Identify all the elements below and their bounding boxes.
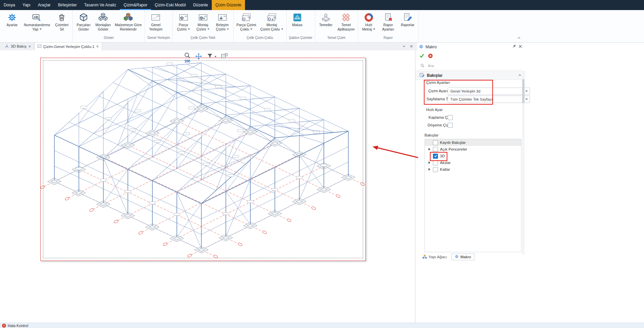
section-title: Bakışlar [427, 73, 443, 78]
menu-yapi[interactable]: Yapı [19, 0, 34, 10]
apply-button[interactable] [419, 53, 425, 59]
malzemeye-gore-renklendir-button[interactable]: Malzemeye Göre Renklendir [113, 12, 143, 32]
tab-strip-close-icon[interactable] [410, 43, 413, 49]
filter-tool[interactable] [207, 52, 216, 60]
menu-birlesimler[interactable]: Birleşimler [54, 0, 81, 10]
tab-close-icon[interactable] [96, 45, 99, 48]
birlesim-cizimi-button[interactable]: A3 Birleşim Çizimi [213, 12, 232, 32]
button-label: Çizimi [177, 27, 187, 32]
dropdown-chevron-icon [281, 29, 283, 30]
macro-gear-icon [419, 44, 424, 50]
menu-dosya[interactable]: Dosya [0, 0, 19, 10]
checkbox-checked[interactable] [433, 154, 438, 159]
makas-button[interactable]: Makas [288, 12, 307, 32]
tab-yapi-agaci[interactable]: Yapı Ağacı [419, 254, 450, 260]
tree-item-label: Açık Pencereler [440, 147, 467, 151]
parcalari-goster-button[interactable]: Parçaları Göster [74, 12, 93, 32]
app-window: { "colors": { "topbar_bg": "#1b2b3c", "h… [0, 0, 644, 328]
scrollbar-thumb[interactable] [522, 79, 525, 103]
connection-drawing-icon: A3 [217, 12, 228, 22]
collapse-chevron-icon[interactable] [518, 73, 522, 78]
button-label: Sil [60, 27, 64, 32]
checkbox[interactable] [433, 147, 438, 152]
button-label: Raporlar [401, 23, 414, 27]
tab-label: Çizim-Genel Yerleşim Çoklu-1 [43, 45, 95, 49]
svg-text:A3: A3 [223, 15, 226, 17]
ribbon-group-rapor: Hızlı Metraj Rapor Ayarları Raporlar Rap… [358, 10, 419, 42]
button-label: Montaj [198, 23, 208, 27]
tab-list-chevron-icon[interactable] [402, 43, 406, 49]
tab-close-icon[interactable] [28, 45, 31, 48]
ribbon-group-general: Ayarlar AB Numaralandırma Yap Çizimleri … [1, 10, 73, 42]
expander-icon[interactable] [429, 168, 430, 171]
cancel-button[interactable] [428, 53, 433, 59]
menu-cizim-eski-modul[interactable]: Çizim-Eski Modül [151, 0, 190, 10]
structure-tree-icon [423, 255, 427, 260]
parca-cizimi-coklu-button[interactable]: A3 Parça Çizimi Çoklu [235, 12, 258, 32]
kaplama-ciz-checkbox[interactable] [448, 115, 453, 120]
parca-cizimi-button[interactable]: A3 Parça Çizimi [174, 12, 193, 32]
doseme-ciz-checkbox[interactable] [448, 123, 453, 128]
ribbon-group-celik-cizim-tekli: A3 Parça Çizimi A3 Montaj Çizimi A3 Birl… [173, 10, 234, 42]
tab-makro[interactable]: Makro [451, 254, 475, 260]
menu-araclar[interactable]: Araçlar [34, 0, 54, 10]
ribbon-group-label: Göster [74, 36, 144, 42]
zoom-tool[interactable]: 100 [184, 52, 191, 63]
temel-aplikasyon-button[interactable]: Temel Aplikasyon [336, 12, 356, 32]
pan-tool-icon[interactable] [195, 52, 202, 60]
expander-icon[interactable] [429, 161, 430, 164]
colorize-by-material-icon [123, 12, 133, 22]
hata-kontrol-label[interactable]: Hata Kontrol [8, 324, 28, 328]
menu-cizim-rapor[interactable]: Çizim&Rapor [120, 0, 151, 10]
sayfalama-tipi-dropdown[interactable]: Tüm Çizimler Tek Sayfaya [448, 96, 530, 103]
button-label: Malzemeye Göre [115, 23, 142, 27]
expander-icon[interactable] [429, 148, 430, 151]
button-label: Yerleşim [149, 27, 162, 32]
temeller-button[interactable]: Temeller [316, 12, 335, 32]
dropdown-chevron-icon [227, 29, 229, 30]
numaralandirma-yap-button[interactable]: AB Numaralandırma Yap [22, 12, 52, 32]
checkbox[interactable] [433, 167, 438, 172]
tab-3d-bakis[interactable]: 3D Bakış [2, 42, 34, 50]
tree-item-akslar[interactable]: Akslar [425, 159, 521, 166]
checkbox[interactable] [433, 140, 438, 145]
ribbon-group-celik-cizim-coklu: A3 Parça Çizimi Çoklu A3 Montaj Çizimi Ç… [234, 10, 287, 42]
bakislar-section-icon [419, 72, 425, 78]
tree-item-katlar[interactable]: Katlar [425, 166, 521, 173]
tree-item-acik-pencereler[interactable]: Açık Pencereler [425, 146, 521, 153]
genel-yerlesim-button[interactable]: A3 Genel Yerleşim [146, 12, 165, 32]
ribbon-group-label: Şablon Çizimler [288, 36, 314, 42]
button-label: Hızlı [365, 23, 372, 27]
button-label: Çizimleri [55, 23, 68, 27]
panel-scrollbar[interactable] [522, 72, 525, 255]
tree-item-3d[interactable]: 3D [425, 153, 521, 159]
report-settings-icon [383, 12, 393, 22]
checkbox[interactable] [433, 160, 438, 165]
button-label: Aplikasyon [338, 27, 355, 32]
montaj-cizimi-coklu-button[interactable]: A3 Montaj Çizimi Çoklu [258, 12, 285, 32]
cizim-ayari-dropdown[interactable]: Genel Yerleşim 3d [448, 88, 530, 95]
button-label: Makas [292, 23, 302, 27]
rapor-ayarlari-button[interactable]: Rapor Ayarları [379, 12, 398, 32]
page-layout-icon[interactable] [221, 52, 228, 59]
ayarlar-button[interactable]: Ayarlar [3, 12, 21, 32]
button-label: Parça [179, 23, 188, 27]
search-input[interactable] [427, 63, 522, 68]
montaj-cizimi-button[interactable]: A3 Montaj Çizimi [194, 12, 212, 32]
cizimleri-sil-button[interactable]: Çizimleri Sil [52, 12, 71, 32]
tab-cizim-genel-yerlesim[interactable]: Çizim-Genel Yerleşim Çoklu-1 [34, 42, 102, 50]
raporlar-button[interactable]: Raporlar [398, 12, 417, 32]
panel-close-icon[interactable] [518, 45, 522, 49]
pin-icon[interactable] [512, 44, 516, 50]
hizli-metraj-button[interactable]: Hızlı Metraj [359, 12, 378, 32]
montajlari-goster-button[interactable]: Montajları Göster [94, 12, 112, 32]
menu-tasarim-ve-analiz[interactable]: Tasarım Ve Analiz [81, 0, 120, 10]
filter-icon [207, 53, 213, 60]
tree-item-kayitli-bakislar[interactable]: Kayıtlı Bakışlar [425, 139, 521, 146]
foundation-layout-icon [341, 12, 351, 22]
bakislar-section-header[interactable]: Bakışlar [415, 71, 526, 80]
drawing-canvas[interactable]: 100 [0, 50, 415, 323]
menu-cizim-duzenle[interactable]: Çizim Düzenle [212, 0, 245, 10]
menu-duzenle[interactable]: Düzenle [190, 0, 212, 10]
ribbon-collapse-icon[interactable] [516, 36, 522, 40]
